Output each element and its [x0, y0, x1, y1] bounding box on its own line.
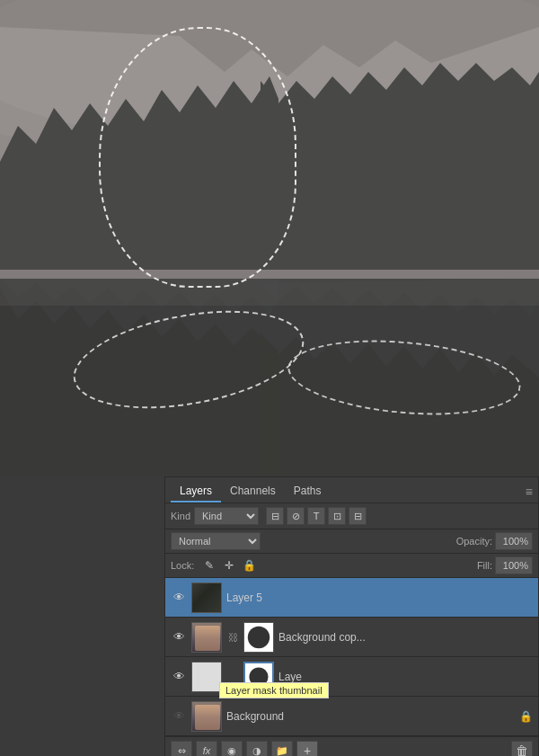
lock-label: Lock: [171, 560, 194, 571]
filter-icons: ⊟ ⊘ T ⊡ ⊟ [266, 507, 367, 525]
layer-row-bg-copy[interactable]: 👁 ⛓ Background cop... [165, 618, 538, 657]
new-adjustment-btn[interactable]: ◑ [246, 741, 268, 756]
layer-thumb-layer5 [191, 583, 222, 613]
fx-btn[interactable]: fx [196, 741, 217, 756]
canvas-area [0, 0, 539, 476]
opacity-input[interactable] [495, 532, 533, 550]
new-group-btn[interactable]: 📁 [271, 741, 293, 756]
layers-list: 👁 Layer 5 👁 ⛓ Background cop... [165, 578, 538, 736]
tab-paths[interactable]: Paths [285, 481, 331, 503]
tab-channels[interactable]: Channels [221, 481, 285, 503]
opacity-group: Opacity: [456, 532, 533, 550]
mask-thumb-active[interactable] [243, 662, 274, 692]
panel-footer: ⇔ fx ◉ ◑ 📁 + 🗑 [165, 736, 538, 756]
layer-thumb-background [191, 701, 222, 732]
fill-label: Fill: [477, 560, 492, 571]
filter-row: Kind Kind ⊟ ⊘ T ⊡ ⊟ [165, 503, 538, 529]
layer-row-layer5[interactable]: 👁 Layer 5 [165, 578, 538, 618]
chain-icon-mask [226, 662, 239, 692]
selection-outline-main [99, 27, 296, 288]
svg-point-8 [248, 626, 270, 647]
layer-name-layer5: Layer 5 [226, 591, 533, 604]
panel-menu-icon[interactable]: ≡ [526, 485, 533, 499]
add-mask-btn[interactable]: ◉ [221, 741, 243, 756]
link-layers-btn[interactable]: ⇔ [171, 741, 192, 756]
eye-icon-layer5[interactable]: 👁 [171, 590, 187, 606]
lock-icons: ✎ ✛ 🔒 [201, 557, 257, 574]
panel-tabs: Layers Channels Paths [171, 481, 330, 503]
eye-icon-bg-copy[interactable]: 👁 [171, 629, 187, 645]
lock-all-btn[interactable]: 🔒 [241, 557, 257, 574]
lock-icon-background: 🔒 [519, 710, 533, 723]
blend-row: Normal Opacity: [165, 529, 538, 554]
eye-icon-mask[interactable]: 👁 [171, 669, 187, 685]
eye-icon-background[interactable]: 👁 [171, 708, 187, 725]
fill-input[interactable] [495, 556, 533, 574]
fill-group: Fill: [477, 556, 533, 574]
filter-pixel-icon[interactable]: ⊟ [266, 507, 284, 525]
lock-row: Lock: ✎ ✛ 🔒 Fill: [165, 554, 538, 578]
filter-smart-icon[interactable]: ⊟ [349, 507, 367, 525]
chain-icon-bg-copy: ⛓ [226, 622, 239, 653]
svg-point-10 [249, 667, 268, 686]
filter-select[interactable]: Kind [194, 507, 259, 525]
panel-header: Layers Channels Paths ≡ [165, 477, 538, 503]
blend-mode-select[interactable]: Normal [171, 532, 261, 550]
layer-thumb-mask [191, 662, 222, 692]
mask-thumb-bg-copy[interactable] [243, 622, 274, 653]
layer-row-background[interactable]: 👁 Background 🔒 [165, 697, 538, 736]
filter-label: Kind [171, 511, 190, 521]
tab-layers[interactable]: Layers [171, 481, 221, 503]
delete-layer-btn[interactable]: 🗑 [511, 741, 533, 756]
layer-thumb-bg-copy [191, 622, 222, 653]
lock-pixels-btn[interactable]: ✎ [201, 557, 217, 574]
layers-panel: Layers Channels Paths ≡ Kind Kind ⊟ ⊘ T … [164, 476, 539, 756]
filter-shape-icon[interactable]: ⊡ [328, 507, 346, 525]
layer-name-bg-copy: Background cop... [278, 631, 533, 644]
lock-position-btn[interactable]: ✛ [221, 557, 237, 574]
layer-name-mask: Laye [278, 671, 533, 683]
new-layer-btn[interactable]: + [296, 741, 318, 756]
filter-adjustment-icon[interactable]: ⊘ [287, 507, 305, 525]
layer-row-mask[interactable]: 👁 Laye Layer mask thumbnail [165, 657, 538, 697]
layer-name-background: Background [226, 710, 515, 723]
filter-type-icon[interactable]: T [307, 507, 325, 525]
opacity-label: Opacity: [456, 536, 492, 547]
